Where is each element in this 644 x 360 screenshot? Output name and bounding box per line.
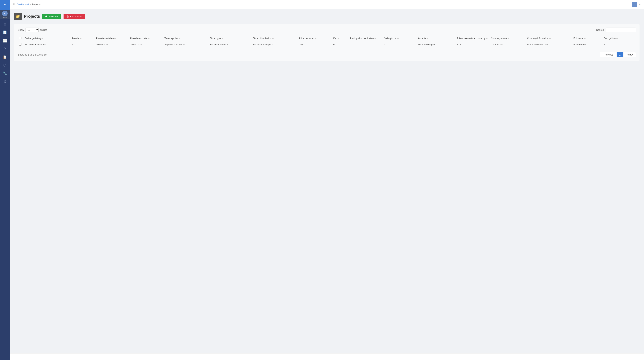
plugin-icon: ⬡ [3, 63, 6, 67]
page-title: Projects [24, 14, 40, 19]
sort-icon-accepts [427, 38, 428, 39]
search-label: Search: [596, 28, 604, 31]
sidebar-item-help[interactable]: ? [0, 45, 10, 53]
show-label: Show [18, 28, 24, 31]
sidebar-item-file[interactable]: 📄 [0, 28, 10, 36]
cell-company_name: Cook Bass LLC [490, 41, 526, 48]
breadcrumb-dashboard[interactable]: Dashboard [17, 3, 29, 6]
cell-recognition: 1 [603, 41, 636, 48]
chart-icon: 📊 [3, 38, 7, 43]
header-token-symbol[interactable]: Token symbol [163, 35, 209, 41]
page-icon: 📁 [14, 13, 22, 20]
avatar-label: Adm [3, 16, 7, 18]
header-participation[interactable]: Participation restrication [349, 35, 383, 41]
sidebar-logo[interactable]: ✦ [0, 0, 10, 10]
sidebar-item-doc[interactable]: 📋 [0, 53, 10, 61]
entries-select[interactable]: 10 25 50 100 [26, 28, 38, 32]
footer [10, 353, 644, 360]
topbar: ≡ Dashboard › Projects ▼ [10, 0, 644, 9]
sidebar-item-plugin[interactable]: ⬡ [0, 61, 10, 69]
cell-full_name: Echo Forbes [572, 41, 603, 48]
help-icon: ? [4, 47, 6, 51]
breadcrumb-separator: › [30, 3, 30, 6]
cell-company_information: Minus molestiae pari [526, 41, 572, 48]
add-new-button[interactable]: ✚ Add New [42, 14, 61, 20]
topbar-dropdown-arrow[interactable]: ▼ [639, 3, 641, 6]
sort-icon-exchange [42, 38, 43, 39]
table-body: Ex unde sapiente adino2022-12-152025-01-… [18, 41, 636, 48]
sidebar-item-settings[interactable]: ⚙ [0, 78, 10, 86]
logo-icon: ✦ [3, 2, 6, 7]
sort-icon-token-dist [272, 38, 274, 39]
header-company-name[interactable]: Company name [490, 35, 526, 41]
cell-participation_restrication [349, 41, 383, 48]
breadcrumb-current: Projects [32, 3, 40, 6]
header-token-distribution[interactable]: Token distrubution [252, 35, 298, 41]
sidebar-item-chart[interactable]: 📊 [0, 36, 10, 45]
sort-icon-presale-end [148, 38, 150, 39]
row-checkbox[interactable] [19, 43, 22, 46]
cell-presale_end_date: 2025-01-28 [129, 41, 163, 48]
sort-icon-kyc [338, 38, 339, 39]
bulk-delete-label: Bulk Delete [70, 15, 82, 18]
header-full-name[interactable]: Full name [572, 35, 603, 41]
header-presale[interactable]: Presale [70, 35, 95, 41]
settings-icon: ⚙ [3, 80, 6, 84]
header-selling-to-us[interactable]: Selling to us [383, 35, 417, 41]
delete-icon: 🗑 [66, 15, 69, 18]
cell-token_sale_soft_cap_currency: ETH [456, 41, 490, 48]
cell-selling_to_us: 0 [383, 41, 417, 48]
cell-kyc: 0 [332, 41, 349, 48]
sort-icon-token-sale [486, 38, 488, 39]
pagination-controls: ‹ Previous 1 Next › [600, 52, 636, 58]
main-area: ≡ Dashboard › Projects ▼ 📁 Projects ✚ Ad… [10, 0, 644, 360]
cell-exchange_listing: Ex unde sapiente adi [24, 41, 70, 48]
file-icon: 📄 [3, 30, 7, 34]
header-recognition[interactable]: Recognition [603, 35, 636, 41]
table-controls: Show 10 25 50 100 entries Search: [18, 28, 636, 32]
add-icon: ✚ [45, 15, 47, 18]
bulk-delete-button[interactable]: 🗑 Bulk Delete [64, 14, 85, 20]
select-all-checkbox[interactable] [19, 37, 22, 39]
cell-token_distrubution: Est nostrud adipisci [252, 41, 298, 48]
cell-accepts: Vel aut nisi fugiat [417, 41, 456, 48]
sort-icon-token-type [222, 38, 223, 39]
sidebar-navigation: ⊞ 📄 📊 ? 📋 ⬡ 🔧 ⚙ [0, 20, 10, 86]
header-price-per-token[interactable]: Price per token [298, 35, 332, 41]
sort-icon-presale [80, 38, 82, 39]
header-presale-end[interactable]: Presale end date [129, 35, 163, 41]
header-company-info[interactable]: Company information [526, 35, 572, 41]
header-accepts[interactable]: Accepts [417, 35, 456, 41]
avatar-image: Ad [2, 10, 8, 16]
tools-icon: 🔧 [3, 71, 7, 76]
cell-token_symbol: Sapiente voluptas et [163, 41, 209, 48]
sidebar-avatar: Ad Adm [0, 10, 10, 20]
sort-icon-presale-start [114, 38, 116, 39]
entries-label: entries [40, 28, 47, 31]
sort-icon-company-name [508, 38, 509, 39]
data-table: Exchange listing Presale Presale start d… [18, 35, 636, 48]
previous-button[interactable]: ‹ Previous [600, 52, 616, 58]
header-token-sale-soft-cap[interactable]: Token sale soft cap currency [456, 35, 490, 41]
sort-icon-price [315, 38, 316, 39]
add-new-label: Add New [48, 15, 58, 18]
next-button[interactable]: Next › [624, 52, 636, 58]
topbar-user-avatar[interactable] [632, 2, 637, 7]
search-input[interactable] [606, 28, 636, 32]
page-1-button[interactable]: 1 [617, 52, 623, 58]
sidebar-item-dashboard[interactable]: ⊞ [0, 20, 10, 28]
header-presale-start[interactable]: Presale start date [95, 35, 129, 41]
sort-icon-participation [374, 38, 376, 39]
search-area: Search: [596, 28, 636, 32]
header-token-type[interactable]: Token type [209, 35, 252, 41]
table-header-row: Exchange listing Presale Presale start d… [18, 35, 636, 41]
sidebar: ✦ Ad Adm ⊞ 📄 📊 ? 📋 ⬡ 🔧 ⚙ [0, 0, 10, 360]
page-header: 📁 Projects ✚ Add New 🗑 Bulk Delete [14, 13, 640, 20]
header-kyc[interactable]: Kyc [332, 35, 349, 41]
sidebar-item-tools[interactable]: 🔧 [0, 69, 10, 78]
pagination-info: Showing 1 to 1 of 1 entries [18, 53, 46, 56]
cell-presale_start_date: 2022-12-15 [95, 41, 129, 48]
hamburger-menu[interactable]: ≡ [13, 2, 15, 6]
header-exchange-listing[interactable]: Exchange listing [24, 35, 70, 41]
table-row: Ex unde sapiente adino2022-12-152025-01-… [18, 41, 636, 48]
